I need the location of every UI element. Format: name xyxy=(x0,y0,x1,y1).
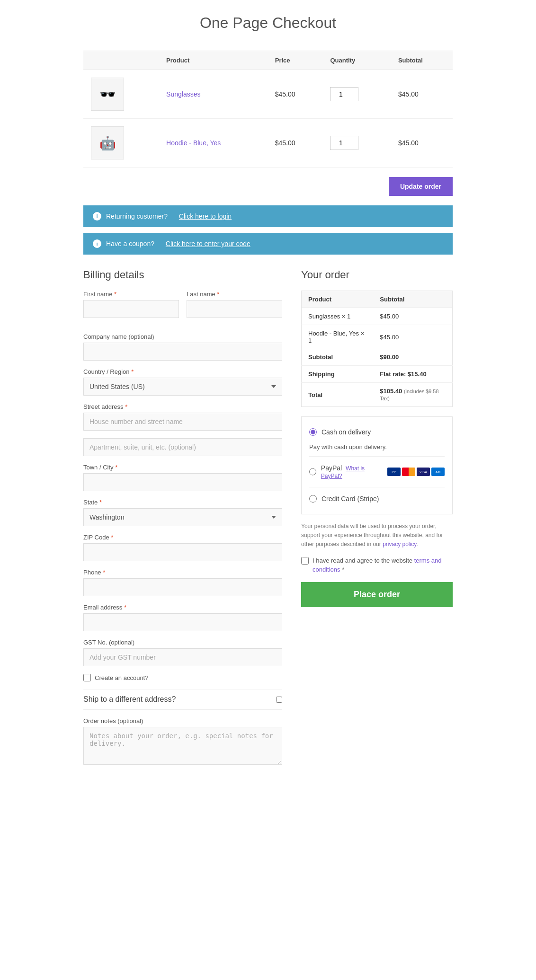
zip-label: ZIP Code * xyxy=(83,534,282,541)
phone-input[interactable] xyxy=(83,578,282,596)
foot-value: $90.00 xyxy=(373,349,452,366)
col-subtotal: Subtotal xyxy=(391,51,453,70)
first-name-input[interactable] xyxy=(83,300,179,318)
zip-input[interactable] xyxy=(83,543,282,561)
required-marker-5: * xyxy=(115,464,117,471)
summary-row: Sunglasses × 1 $45.00 xyxy=(302,308,453,325)
paypal-card-icons: PP VISA AM xyxy=(387,468,445,476)
apartment-input[interactable] xyxy=(83,438,282,456)
col-price: Price xyxy=(268,51,323,70)
login-link[interactable]: Click here to login xyxy=(179,212,232,220)
summary-foot-row: Total $105.40 (includes $9.58 Tax) xyxy=(302,383,453,407)
col-product: Product xyxy=(159,51,268,70)
email-label: Email address * xyxy=(83,604,282,611)
first-name-label: First name * xyxy=(83,291,179,298)
summary-col-product: Product xyxy=(302,291,374,308)
foot-value: Flat rate: $15.40 xyxy=(373,366,452,383)
privacy-policy-link[interactable]: privacy policy xyxy=(383,541,416,547)
town-city-label: Town / City * xyxy=(83,464,282,471)
col-quantity: Quantity xyxy=(322,51,391,70)
cod-description: Pay with cash upon delivery. xyxy=(309,440,445,452)
stripe-radio[interactable] xyxy=(309,495,317,503)
billing-section: Billing details First name * Last name *… xyxy=(83,269,282,774)
order-notes-textarea[interactable] xyxy=(83,727,282,765)
coupon-notice: i Have a coupon? Click here to enter you… xyxy=(83,233,453,255)
privacy-notice: Your personal data will be used to proce… xyxy=(301,522,453,549)
terms-checkbox[interactable] xyxy=(301,557,309,565)
foot-label: Subtotal xyxy=(302,349,374,366)
country-select[interactable]: United States (US) xyxy=(83,378,282,396)
product-name-cell: Sunglasses xyxy=(159,70,268,119)
product-image: 🤖 xyxy=(91,126,124,159)
billing-heading: Billing details xyxy=(83,269,282,281)
product-image: 🕶️ xyxy=(91,78,124,111)
terms-label[interactable]: I have read and agree to the website ter… xyxy=(313,556,453,574)
product-qty-cell xyxy=(322,70,391,119)
required-marker-3: * xyxy=(131,368,134,375)
cart-row: 🕶️ Sunglasses $45.00 $45.00 xyxy=(83,70,453,119)
product-subtotal-cell: $45.00 xyxy=(391,119,453,168)
state-label: State * xyxy=(83,499,282,506)
town-city-input[interactable] xyxy=(83,473,282,491)
cart-row: 🤖 Hoodie - Blue, Yes $45.00 $45.00 xyxy=(83,119,453,168)
product-subtotal-cell: $45.00 xyxy=(391,70,453,119)
product-name-cell: Hoodie - Blue, Yes xyxy=(159,119,268,168)
gst-label: GST No. (optional) xyxy=(83,639,282,646)
cod-label[interactable]: Cash on delivery xyxy=(322,428,371,436)
country-label: Country / Region * xyxy=(83,368,282,375)
payment-options-box: Cash on delivery Pay with cash upon deli… xyxy=(301,416,453,514)
ship-to-different-address: Ship to a different address? xyxy=(83,689,282,710)
summary-foot-row: Subtotal $90.00 xyxy=(302,349,453,366)
foot-label: Shipping xyxy=(302,366,374,383)
required-marker-7: * xyxy=(111,534,113,541)
ship-to-diff-checkbox[interactable] xyxy=(276,697,282,703)
coupon-text: Have a coupon? xyxy=(106,240,154,247)
company-name-label: Company name (optional) xyxy=(83,333,282,340)
foot-value: $105.40 (includes $9.58 Tax) xyxy=(373,383,452,407)
cod-radio[interactable] xyxy=(309,428,317,436)
create-account-checkbox[interactable] xyxy=(83,674,91,681)
order-summary-section: Your order Product Subtotal Sunglasses ×… xyxy=(301,269,453,607)
create-account-label[interactable]: Create an account? xyxy=(95,674,148,681)
state-select[interactable]: Washington xyxy=(83,508,282,526)
product-link[interactable]: Hoodie - Blue, Yes xyxy=(166,139,221,147)
gst-input[interactable] xyxy=(83,648,282,666)
info-icon: i xyxy=(93,212,101,221)
required-marker-8: * xyxy=(103,569,105,576)
required-marker-2: * xyxy=(217,291,219,298)
required-marker-4: * xyxy=(125,403,127,410)
last-name-label: Last name * xyxy=(187,291,282,298)
paypal-label[interactable]: PayPal What is PayPal? xyxy=(321,464,383,479)
product-link[interactable]: Sunglasses xyxy=(166,90,200,98)
summary-foot-row: Shipping Flat rate: $15.40 xyxy=(302,366,453,383)
quantity-input[interactable] xyxy=(330,136,358,150)
foot-label: Total xyxy=(302,383,374,407)
summary-product: Sunglasses × 1 xyxy=(302,308,374,325)
required-marker-6: * xyxy=(99,499,102,506)
paypal-radio[interactable] xyxy=(309,468,316,476)
summary-row: Hoodie - Blue, Yes × 1 $45.00 xyxy=(302,325,453,349)
ship-to-diff-label: Ship to a different address? xyxy=(83,695,176,704)
company-name-input[interactable] xyxy=(83,343,282,361)
summary-product: Hoodie - Blue, Yes × 1 xyxy=(302,325,374,349)
place-order-button[interactable]: Place order xyxy=(301,582,453,607)
returning-customer-notice: i Returning customer? Click here to logi… xyxy=(83,205,453,227)
update-order-button[interactable]: Update order xyxy=(389,177,453,196)
product-qty-cell xyxy=(322,119,391,168)
product-price-cell: $45.00 xyxy=(268,119,323,168)
info-icon-2: i xyxy=(93,239,101,248)
coupon-link[interactable]: Click here to enter your code xyxy=(166,240,250,247)
required-marker-terms: * xyxy=(342,566,344,573)
street-address-label: Street address * xyxy=(83,403,282,410)
page-title: One Page Checkout xyxy=(83,14,453,32)
returning-customer-text: Returning customer? xyxy=(106,212,168,220)
email-input[interactable] xyxy=(83,613,282,631)
stripe-label[interactable]: Credit Card (Stripe) xyxy=(322,495,379,503)
street-address-input[interactable] xyxy=(83,413,282,431)
product-price-cell: $45.00 xyxy=(268,70,323,119)
quantity-input[interactable] xyxy=(330,87,358,101)
order-notes-label: Order notes (optional) xyxy=(83,717,282,724)
last-name-input[interactable] xyxy=(187,300,282,318)
col-image xyxy=(83,51,159,70)
product-image-cell: 🕶️ xyxy=(83,70,159,119)
